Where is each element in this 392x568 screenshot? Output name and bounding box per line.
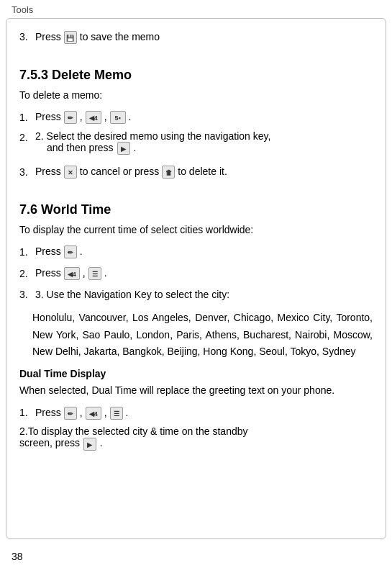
del-step-2a: 2. Select the desired memo using the nav…	[35, 130, 270, 142]
del-step-2: 2. 2. Select the desired memo using the …	[19, 130, 373, 155]
dt-step-2-suffix: screen, press	[19, 437, 80, 448]
del-step-1-content: Press ✏ , ◀4 , 5▪ .	[35, 109, 131, 126]
save-step-3-content: Press 💾 to save the memo	[35, 29, 160, 46]
del-icon-pencil: ✏	[64, 111, 77, 124]
dt-icon-1: ✏	[64, 407, 77, 420]
del-step-2-content: 2. Select the desired memo using the nav…	[35, 130, 270, 155]
del-cancel-icon: ✕	[64, 166, 77, 179]
dt-step-2-prefix: 2.To display the selected city & time on…	[19, 425, 248, 437]
del-step-2b-wrap: and then press ▶ .	[35, 142, 136, 153]
dt-icon-2: ◀4	[86, 407, 101, 420]
step-num-3a: 3.	[19, 30, 35, 45]
wt-step-3: 3. 3. Use the Navigation Key to select t…	[19, 287, 373, 304]
del-step-3-mid: to cancel or press	[80, 163, 160, 181]
del-step-3: 3. Press ✕ to cancel or press 🗑 to delet…	[19, 163, 373, 181]
del-step-2b: and then press	[47, 142, 114, 153]
del-step-num-1: 1.	[19, 110, 35, 125]
wt-step-1: 1. Press ✏ .	[19, 243, 373, 261]
del-delete-icon: 🗑	[162, 166, 175, 179]
del-icon-4: ◀4	[86, 111, 101, 124]
wt-icon-2b: ☰	[88, 267, 101, 280]
del-step-3-suffix: to delete it.	[178, 163, 227, 181]
dt-step-2-content: 2.To display the selected city & time on…	[19, 425, 248, 450]
dt-standby-icon: ▶	[83, 438, 96, 451]
dt-step-2: 2.To display the selected city & time on…	[19, 425, 373, 450]
dt-step-1-content: Press ✏ , ◀4 , ☰ .	[35, 405, 128, 422]
dual-heading: Dual Time Display	[19, 368, 373, 379]
dt-step-num-1: 1.	[19, 405, 35, 420]
del-step-num-2: 2.	[19, 130, 35, 155]
header-title: Tools	[12, 4, 33, 15]
section-753-heading: 7.5.3 Delete Memo	[19, 68, 373, 83]
wt-step-2: 2. Press ◀4 , ☰ .	[19, 265, 373, 282]
wt-step-num-2: 2.	[19, 266, 35, 281]
del-step-num-3: 3.	[19, 165, 35, 180]
world-intro: To display the current time of select ci…	[19, 222, 373, 238]
wt-step-1-content: Press ✏ .	[35, 243, 83, 261]
main-content: 3. Press 💾 to save the memo 7.5.3 Delete…	[6, 18, 386, 539]
wt-icon-1: ✏	[64, 245, 77, 258]
page-footer: 38	[0, 545, 392, 568]
save-icon: 💾	[64, 31, 77, 44]
save-step-3: 3. Press 💾 to save the memo	[19, 29, 373, 46]
wt-step-num-3: 3.	[19, 287, 35, 302]
wt-step-num-1: 1.	[19, 245, 35, 260]
del-step-1: 1. Press ✏ , ◀4 , 5▪ .	[19, 109, 373, 126]
del-icon-5: 5▪	[110, 111, 126, 124]
wt-step-2-content: Press ◀4 , ☰ .	[35, 265, 107, 282]
save-step-3-text: to save the memo	[80, 29, 160, 46]
dt-icon-3: ☰	[110, 407, 123, 420]
page-number: 38	[12, 551, 23, 562]
del-icon-ok: ▶	[117, 142, 130, 155]
delete-intro: To delete a memo:	[19, 87, 373, 103]
dual-para: When selected, Dual Time will replace th…	[19, 382, 373, 398]
dt-step-1: 1. Press ✏ , ◀4 , ☰ .	[19, 405, 373, 422]
del-step-3-content: Press ✕ to cancel or press 🗑 to delete i…	[35, 163, 227, 181]
cities-list: Honolulu, Vancouver, Los Angeles, Denver…	[19, 310, 373, 361]
wt-step-3-content: 3. Use the Navigation Key to select the …	[35, 287, 229, 304]
wt-icon-2a: ◀4	[64, 267, 80, 280]
section-76-heading: 7.6 World Time	[19, 202, 373, 217]
page-header: Tools	[0, 0, 392, 18]
